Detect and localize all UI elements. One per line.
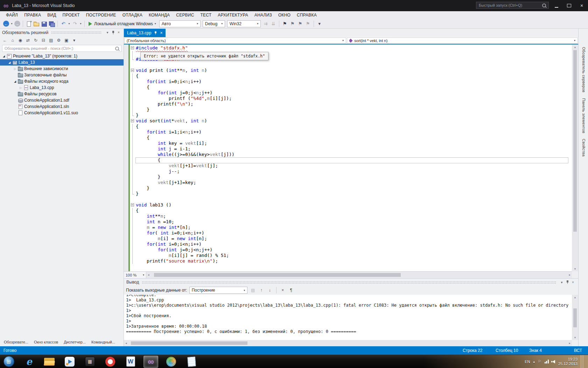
redo-icon[interactable]: ↷ [71,20,78,27]
window-position-caret[interactable]: ▾ [559,279,565,285]
tree-expand-arrow[interactable]: ▷ [13,67,18,70]
globe-app-taskbar-icon[interactable] [164,356,178,368]
scroll-right-arrow[interactable]: ▸ [569,340,570,346]
step-over-icon[interactable]: ⇉ [262,20,269,27]
preview-icon[interactable]: ▣ [63,37,70,43]
output-source-dropdown[interactable]: Построение ▾ [189,287,247,294]
toggle-bookmark-icon[interactable]: ⚑ [281,20,288,27]
network-icon[interactable] [545,360,549,363]
code-line[interactable]: m[i][j] = rand() % 51; [130,253,572,258]
nav-forward-icon[interactable]: → [14,21,20,27]
zoom-dropdown[interactable]: 100 % ▾ [124,272,146,278]
menu-item[interactable]: ПРОЕКТ [59,13,83,18]
next-bookmark-icon[interactable]: ⚑ [297,20,304,27]
menu-item[interactable]: ПРАВКА [21,13,44,18]
code-line[interactable]: { [130,73,572,79]
minimize-button[interactable] [550,0,563,11]
close-panel-button[interactable]: × [116,30,121,35]
nav-back-icon[interactable]: ← [3,21,9,27]
side-autohide-tab[interactable]: Панель элементов [581,98,586,133]
breakpoint-margin[interactable] [124,45,128,271]
show-desktop-button[interactable] [581,355,584,368]
code-line[interactable] [130,197,572,202]
tree-item[interactable]: Файлы ресурсов [0,91,124,97]
pin-button[interactable] [110,30,116,35]
fold-toggle-icon[interactable] [130,118,136,124]
code-line[interactable]: { [130,157,572,163]
toolbar-overflow-icon[interactable]: ▾ [71,37,77,43]
language-indicator[interactable]: EN [525,360,530,364]
code-line[interactable]: } [130,191,572,197]
editor-vertical-scrollbar[interactable]: ▴ ▾ [572,45,578,271]
scope-icon[interactable]: ◉ [17,37,23,43]
code-line[interactable]: } [130,185,572,191]
step-into-icon[interactable]: ⇊ [270,20,277,27]
code-line[interactable]: printf("source matrix\n"); [130,258,572,264]
scroll-right-arrow[interactable]: ▸ [569,272,570,278]
prev-message-icon[interactable]: ↑ [258,287,265,294]
scrollbar-thumb[interactable] [154,273,401,277]
editor-horizontal-scrollbar[interactable]: ◂ ▸ [146,272,572,278]
scrollbar-thumb[interactable] [573,308,577,327]
scroll-down-arrow[interactable]: ▾ [572,266,578,271]
hidden-icons-arrow[interactable]: ▴ [533,360,535,363]
tree-expand-arrow[interactable]: ◢ [1,55,6,58]
code-line[interactable]: while((j>=0)&&(key>vekt[j])) [130,152,572,157]
scroll-left-arrow[interactable]: ◂ [125,340,127,346]
properties-icon[interactable]: ⚙ [56,37,62,43]
save-icon[interactable] [41,20,48,27]
red-app-taskbar-icon[interactable] [103,356,118,368]
scroll-up-arrow[interactable]: ▴ [572,295,578,300]
code-line[interactable]: vekt[j+1]=key; [130,180,572,185]
menu-item[interactable]: АРХИТЕКТУРА [215,13,251,18]
visual-studio-taskbar-icon[interactable] [144,356,158,368]
code-line[interactable]: for( int i=0;i<n;i++) [130,230,572,236]
toolbar-overflow-icon[interactable]: ▾ [316,20,323,27]
internet-explorer-taskbar-icon[interactable] [22,356,36,368]
tree-expand-arrow[interactable]: ▷ [18,86,23,89]
tree-item[interactable]: ◢Файлы исходного кода [0,78,124,84]
tool-window-tab[interactable]: Обозревате... [1,340,31,344]
tree-item[interactable]: ▷Laba_13.cpp [0,84,124,91]
pin-button[interactable] [565,279,570,285]
scrollbar-thumb[interactable] [131,341,247,345]
tree-expand-arrow[interactable]: ◢ [7,61,12,64]
fold-toggle-icon[interactable] [130,45,136,51]
close-tab-icon[interactable]: × [160,30,162,35]
code-line[interactable]: { [130,124,572,129]
open-file-icon[interactable] [33,20,40,27]
document-tab[interactable]: Laba_13.cpp × [124,29,166,37]
code-line[interactable]: for(int i=1;i<n;i++) [130,129,572,135]
menu-item[interactable]: СПРАВКА [294,13,320,18]
code-line[interactable]: printf("\n"); [130,101,572,107]
code-line[interactable]: } [130,174,572,180]
code-line[interactable]: printf ("%4d",m[i][j]); [130,96,572,101]
volume-icon[interactable] [552,360,555,363]
side-autohide-tab[interactable]: Обозреватель серверов [581,47,586,93]
output-content[interactable]: 1>ClCompile:1> Laba_13.cpp1>c:\users\ero… [124,295,572,340]
tree-item[interactable]: ConsoleApplication1.v11.suo [0,110,124,116]
dark-app-taskbar-icon[interactable] [83,356,97,368]
clear-all-icon[interactable]: × [279,287,286,294]
prev-bookmark-icon[interactable]: ⚑ [289,20,296,27]
menu-item[interactable]: ОТЛАДКА [119,13,146,18]
scrollbar-thumb[interactable] [573,50,577,232]
code-line[interactable]: #include "stdafx.h" [130,45,572,51]
code-line[interactable]: vekt[j+1]=vekt[j]; [130,163,572,169]
code-line[interactable]: for(int j=0;j<n;j++) [130,90,572,96]
code-line[interactable] [130,62,572,68]
explorer-taskbar-icon[interactable] [42,356,57,368]
new-file-icon[interactable] [25,20,32,27]
close-button[interactable]: × [575,0,588,11]
code-line[interactable]: for(int j=0;j<n;j++) [130,247,572,253]
start-button[interactable] [1,356,16,368]
code-line[interactable]: int j = i-1; [130,146,572,152]
clear-bookmarks-icon[interactable]: ⚑ [304,20,312,27]
refresh-icon[interactable]: ↻ [33,37,39,43]
tree-expand-arrow[interactable]: ◢ [13,80,18,83]
code-line[interactable]: { [130,135,572,141]
solution-search-input[interactable]: Обозреватель решений - поиск (Ctrl+;) [2,45,121,52]
close-panel-button[interactable]: × [570,279,576,285]
solution-platform-combo[interactable]: Win32▾ [227,20,261,27]
menu-item[interactable]: ПОСТРОЕНИЕ [83,13,119,18]
